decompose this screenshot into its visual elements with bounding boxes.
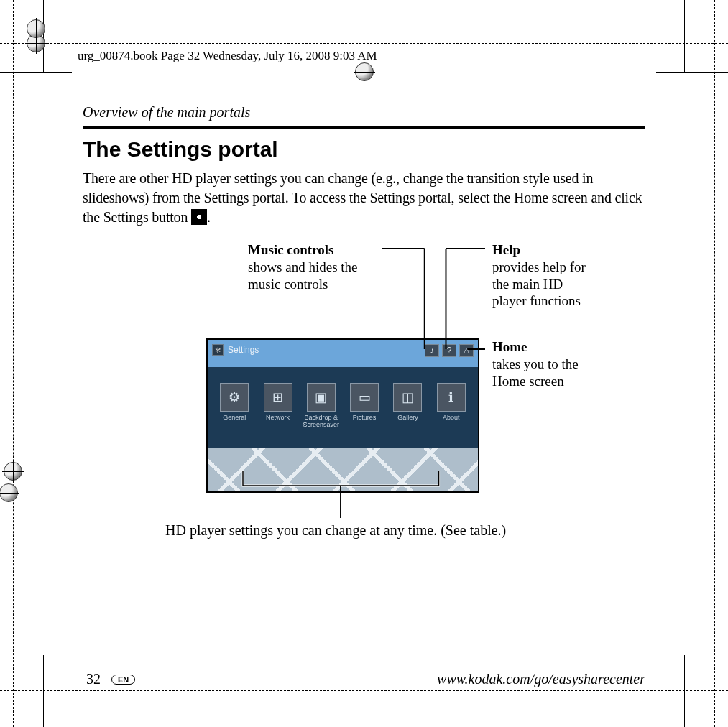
crop-tick: [43, 655, 44, 727]
registration-mark-icon: [0, 482, 19, 504]
registration-mark-icon: [25, 18, 47, 40]
crop-tick: [656, 662, 728, 662]
callout-lead: Home: [492, 339, 527, 354]
tile-backdrop: ▣ Backdrop & Screensaver: [305, 383, 338, 429]
settings-tiles: ⚙ General ⊞ Network ▣ Backdrop & Screens…: [208, 383, 478, 429]
tile-pictures: ▭ Pictures: [348, 383, 381, 429]
crop-guide-bottom: [0, 690, 728, 691]
tile-icon: ⊞: [264, 383, 292, 412]
page-title: The Settings portal: [83, 137, 645, 162]
annotated-diagram: Music controls— shows and hides the musi…: [83, 241, 645, 550]
tile-icon: ▭: [350, 383, 379, 412]
framemaker-header: urg_00874.book Page 32 Wednesday, July 1…: [78, 49, 377, 63]
mountain-backdrop: [208, 448, 478, 491]
tile-icon: ▣: [307, 383, 336, 412]
help-icon: ?: [442, 344, 456, 357]
callout-dash: —: [333, 242, 347, 257]
tile-label: About: [443, 415, 460, 422]
registration-mark-icon: [2, 460, 24, 482]
crop-tick: [684, 655, 685, 727]
callout-body: shows and hides the music controls: [248, 259, 358, 292]
callout-body: takes you to the Home screen: [492, 356, 579, 389]
screenshot-title: Settings: [228, 345, 259, 355]
tile-label: General: [223, 415, 246, 422]
callout-music-controls: Music controls— shows and hides the musi…: [248, 241, 384, 292]
intro-text-post: .: [207, 209, 211, 225]
gear-icon: [191, 209, 207, 225]
registration-mark-icon: [354, 61, 375, 83]
page-content: Overview of the main portals The Setting…: [83, 104, 645, 655]
crop-guide-right: [714, 0, 715, 727]
tile-label: Network: [266, 415, 290, 422]
footer-url: www.kodak.com/go/easysharecenter: [437, 671, 645, 687]
intro-paragraph: There are other HD player settings you c…: [83, 169, 645, 227]
crop-tick: [0, 662, 72, 662]
tile-icon: ◫: [393, 383, 422, 412]
callout-lead: Music controls: [248, 242, 333, 257]
crop-guide-left: [13, 0, 14, 727]
home-icon: ⌂: [459, 344, 474, 357]
tile-label: Pictures: [353, 415, 377, 422]
screenshot-titlebar: ✻ Settings: [212, 344, 259, 356]
intro-text-pre: There are other HD player settings you c…: [83, 170, 642, 225]
crop-tick: [656, 72, 728, 73]
settings-screenshot: ✻ Settings ♪ ? ⌂ ⚙ General ⊞ Network ▣: [206, 338, 479, 493]
tile-label: Gallery: [397, 415, 418, 422]
heading-rule: [83, 126, 645, 129]
callout-help: Help— provides help for the main HD play…: [492, 241, 600, 310]
running-head: Overview of the main portals: [83, 104, 645, 121]
crop-tick: [0, 72, 72, 73]
footer-left: 32 EN: [86, 671, 135, 687]
screenshot-top-icons: ♪ ? ⌂: [425, 344, 474, 357]
page-number: 32: [86, 671, 101, 687]
language-badge: EN: [111, 675, 135, 685]
tile-network: ⊞ Network: [262, 383, 295, 429]
crop-tick: [684, 0, 685, 72]
callout-dash: —: [527, 339, 541, 354]
music-icon: ♪: [425, 344, 439, 357]
tile-icon: ℹ: [437, 383, 466, 412]
tile-icon: ⚙: [220, 383, 249, 412]
gear-icon: ✻: [212, 344, 224, 356]
crop-guide-top: [0, 43, 728, 44]
callout-settings-row: HD player settings you can change at any…: [165, 522, 539, 540]
tile-general: ⚙ General: [218, 383, 251, 429]
tile-about: ℹ About: [435, 383, 468, 429]
tile-gallery: ◫ Gallery: [391, 383, 424, 429]
tile-label: Backdrop & Screensaver: [303, 415, 340, 429]
page-footer: 32 EN www.kodak.com/go/easysharecenter: [86, 671, 645, 687]
callout-lead: Help: [492, 242, 520, 257]
callout-body: provides help for the main HD player fun…: [492, 259, 586, 309]
callout-dash: —: [520, 242, 534, 257]
callout-home: Home— takes you to the Home screen: [492, 338, 600, 389]
